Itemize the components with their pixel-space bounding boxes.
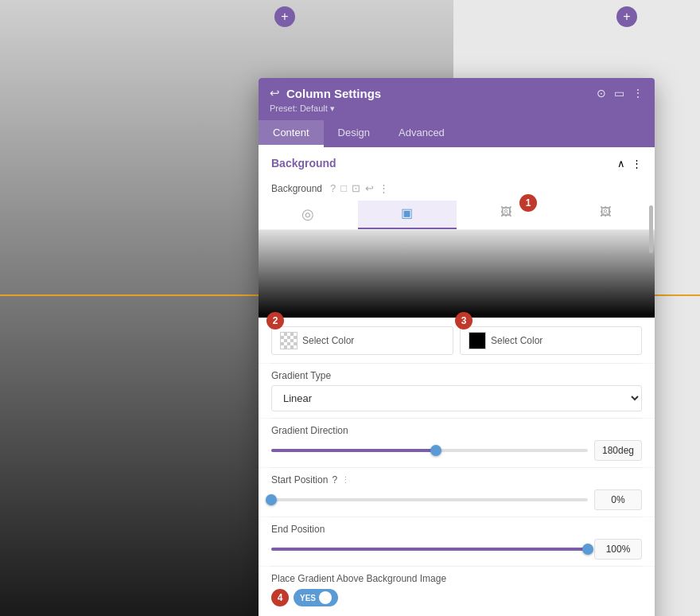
- help-icon[interactable]: ?: [330, 182, 336, 194]
- color-swatch-1: [280, 332, 298, 349]
- grad-tab-none-icon: ◎: [301, 206, 314, 222]
- panel-title: Column Settings: [286, 87, 381, 100]
- tab-design[interactable]: Design: [324, 120, 384, 147]
- background-toolbar: Background ? □ ⊡ ↩ ⋮: [259, 179, 655, 201]
- color-stop-1[interactable]: Select Color: [271, 326, 453, 355]
- panel-header-icons: ⊙ ▭ ⋮: [597, 87, 644, 99]
- grad-tab-image-icon: 🖼: [500, 205, 511, 218]
- grad-tab-image2-icon: 🖼: [600, 205, 611, 218]
- collapse-icon[interactable]: ∧: [617, 158, 625, 170]
- gradient-type-select[interactable]: Linear Radial Conic: [271, 385, 642, 411]
- color-stop-2-label: Select Color: [491, 335, 542, 346]
- background-title: Background: [271, 157, 336, 170]
- gradient-direction-label: Gradient Direction: [271, 425, 642, 436]
- panel-tabs: Content Design Advanced: [259, 120, 655, 147]
- start-position-label: Start Position ? ⋮: [271, 474, 642, 485]
- panel-header: ↩ Column Settings ⊙ ▭ ⋮ Preset: Default …: [259, 78, 655, 120]
- color-swatch-2: [469, 332, 486, 349]
- end-position-input[interactable]: [594, 539, 642, 559]
- gradient-type-row: Gradient Type Linear Radial Conic: [259, 364, 655, 418]
- step-badge-3: 3: [455, 312, 472, 329]
- end-position-track[interactable]: [271, 548, 588, 551]
- place-gradient-row: Place Gradient Above Background Image 4 …: [259, 567, 655, 616]
- step-badge-4: 4: [271, 589, 289, 606]
- step-badge-1: 1: [519, 194, 537, 212]
- grad-tab-image2[interactable]: 🖼: [556, 201, 655, 229]
- section-header-right: ∧ ⋮: [617, 158, 642, 170]
- start-position-control: [271, 489, 642, 510]
- start-position-input[interactable]: [594, 489, 642, 510]
- background-label: Background: [271, 183, 322, 194]
- plus-left-icon: +: [281, 10, 288, 24]
- end-position-fill: [271, 548, 588, 551]
- image-icon[interactable]: ⊡: [352, 182, 360, 194]
- step-badge-2: 2: [266, 312, 284, 329]
- start-position-thumb[interactable]: [266, 494, 277, 505]
- add-section-left-button[interactable]: +: [274, 6, 295, 27]
- color-stop-1-label: Select Color: [302, 335, 354, 346]
- place-gradient-toggle[interactable]: YES: [294, 589, 338, 606]
- gradient-direction-control: [271, 440, 642, 461]
- header-icon-more[interactable]: ⋮: [632, 87, 644, 99]
- grad-tab-image[interactable]: 🖼: [457, 201, 556, 229]
- section-more-icon[interactable]: ⋮: [632, 158, 642, 170]
- reset-icon[interactable]: ↩: [365, 182, 374, 194]
- panel-header-top: ↩ Column Settings ⊙ ▭ ⋮: [270, 86, 644, 100]
- gradient-preview: [259, 230, 655, 318]
- end-position-label: End Position: [271, 524, 642, 535]
- panel-body: Background ∧ ⋮ Background ? □ ⊡ ↩ ⋮ 1 ◎: [259, 147, 655, 616]
- gradient-direction-track[interactable]: [271, 449, 588, 452]
- place-gradient-label: Place Gradient Above Background Image: [271, 573, 642, 584]
- start-position-row: Start Position ? ⋮: [259, 468, 655, 517]
- preset-label[interactable]: Preset: Default ▾: [270, 103, 644, 120]
- header-icon-focus[interactable]: ⊙: [597, 87, 606, 99]
- color-stop-2[interactable]: Select Color: [460, 326, 642, 355]
- color-stops-row: 2 Select Color 3 Select Color: [259, 318, 655, 363]
- gradient-type-tabs: 1 ◎ ▣ 🖼 🖼: [259, 201, 655, 230]
- gradient-direction-thumb[interactable]: [430, 445, 441, 456]
- start-help-icon[interactable]: ?: [332, 474, 337, 485]
- add-section-right-button[interactable]: +: [616, 6, 637, 27]
- plus-right-icon: +: [623, 10, 630, 24]
- end-position-control: [271, 539, 642, 559]
- header-icon-layout[interactable]: ▭: [614, 87, 624, 99]
- grad-tab-none[interactable]: ◎: [259, 201, 358, 229]
- end-position-thumb[interactable]: [582, 544, 593, 555]
- gradient-type-label: Gradient Type: [271, 370, 642, 381]
- grad-tab-gradient[interactable]: ▣: [358, 201, 457, 229]
- grad-tab-gradient-icon: ▣: [401, 206, 413, 220]
- scroll-bar[interactable]: [649, 205, 653, 253]
- toggle-dot: [319, 591, 332, 604]
- gradient-direction-fill: [271, 449, 436, 452]
- start-position-track[interactable]: [271, 498, 588, 501]
- gradient-direction-input[interactable]: [594, 440, 642, 461]
- color-icon[interactable]: □: [340, 182, 347, 194]
- toggle-yes-label: YES: [300, 594, 316, 602]
- gradient-direction-row: Gradient Direction: [259, 419, 655, 467]
- column-settings-panel: ↩ Column Settings ⊙ ▭ ⋮ Preset: Default …: [259, 78, 655, 616]
- tab-advanced[interactable]: Advanced: [384, 120, 459, 147]
- start-more-icon[interactable]: ⋮: [341, 475, 350, 485]
- panel-title-area: ↩ Column Settings: [270, 86, 381, 100]
- back-button[interactable]: ↩: [270, 86, 280, 100]
- more-icon[interactable]: ⋮: [379, 182, 389, 194]
- background-section-header: Background ∧ ⋮: [259, 147, 655, 179]
- tab-content[interactable]: Content: [259, 120, 324, 147]
- toggle-with-badge: 4 YES: [271, 589, 642, 606]
- end-position-row: End Position: [259, 517, 655, 566]
